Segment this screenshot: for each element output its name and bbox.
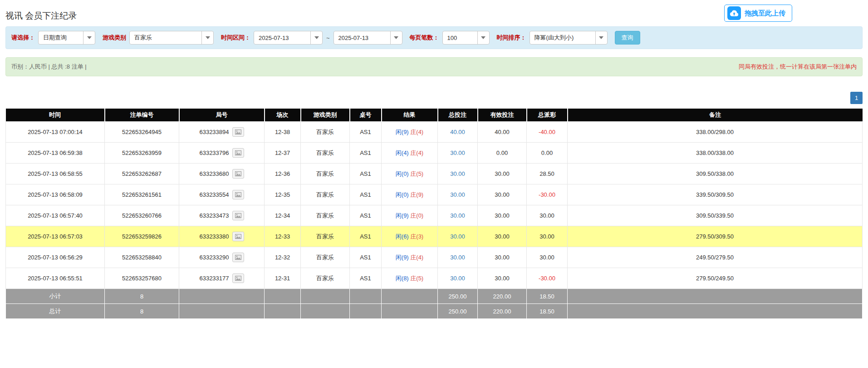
note-text: 同局有效投注，统一计算在该局第一张注单内: [739, 63, 857, 71]
table-body: 2025-07-13 07:00:14 522653264945 6332338…: [6, 122, 863, 289]
subtotal-row: 小计 8 250.00 220.00 18.50: [6, 289, 863, 304]
table-row[interactable]: 2025-07-13 06:58:55 522653262687 6332336…: [6, 164, 863, 184]
cell-valid-bet: 40.00: [478, 122, 527, 143]
cell-time: 2025-07-13 06:55:51: [6, 268, 105, 289]
query-type-group: 请选择： 日期查询: [11, 31, 95, 45]
cell-total-bet[interactable]: 30.00: [438, 143, 478, 164]
cell-total-bet[interactable]: 30.00: [438, 268, 478, 289]
round-image-button[interactable]: [232, 253, 244, 262]
table-row[interactable]: 2025-07-13 06:55:51 522653257680 6332331…: [6, 268, 863, 289]
cell-time: 2025-07-13 06:57:03: [6, 226, 105, 247]
date-range-separator: ~: [326, 35, 330, 41]
upload-dropzone-button[interactable]: 拖拽至此上传: [724, 5, 792, 22]
round-number: 633233894: [199, 129, 229, 135]
round-number: 633233177: [199, 275, 229, 282]
cell-bet-id: 522653258840: [105, 247, 179, 268]
cell-valid-bet: 30.00: [478, 226, 527, 247]
betting-records-page: 视讯 会员下注纪录 拖拽至此上传 请选择： 日期查询 游戏类别 百家乐: [0, 0, 868, 328]
round-image-button[interactable]: [232, 232, 244, 241]
result-banker: 庄(9): [410, 191, 423, 198]
header-round-id: 局号: [179, 109, 265, 122]
query-type-select[interactable]: 日期查询: [38, 31, 95, 45]
table-row[interactable]: 2025-07-13 07:00:14 522653264945 6332338…: [6, 122, 863, 143]
cell-table-no: AS1: [350, 122, 382, 143]
round-image-button[interactable]: [232, 148, 244, 158]
cell-table-no: AS1: [350, 164, 382, 184]
table-row[interactable]: 2025-07-13 06:59:38 522653263959 6332337…: [6, 143, 863, 164]
page-size-select[interactable]: 100: [442, 31, 490, 45]
chevron-down-icon[interactable]: [201, 31, 213, 44]
cell-payout: -40.00: [527, 122, 568, 143]
page-size-group: 每页笔数： 100: [410, 31, 490, 45]
result-banker: 庄(4): [410, 254, 423, 261]
result-banker: 庄(4): [410, 149, 423, 156]
chevron-down-icon[interactable]: [390, 31, 402, 44]
table-row[interactable]: 2025-07-13 06:58:09 522653261561 6332335…: [6, 184, 863, 205]
cell-payout: 30.00: [527, 205, 568, 226]
cell-total-bet[interactable]: 30.00: [438, 164, 478, 184]
round-image-button[interactable]: [232, 274, 244, 283]
table-row[interactable]: 2025-07-13 06:57:03 522653259826 6332333…: [6, 226, 863, 247]
cell-valid-bet: 30.00: [478, 205, 527, 226]
round-image-button[interactable]: [232, 211, 244, 220]
cell-valid-bet: 30.00: [478, 247, 527, 268]
cell-payout: 30.00: [527, 226, 568, 247]
cell-total-bet[interactable]: 30.00: [438, 205, 478, 226]
header-result: 结果: [382, 109, 438, 122]
chevron-down-icon[interactable]: [477, 31, 489, 44]
cell-bet-id: 522653257680: [105, 268, 179, 289]
date-from-select[interactable]: 2025-07-13: [254, 31, 323, 45]
search-button[interactable]: 查询: [615, 31, 640, 45]
round-image-button[interactable]: [232, 127, 244, 137]
table-row[interactable]: 2025-07-13 06:57:40 522653260766 6332334…: [6, 205, 863, 226]
cell-remark: 279.50/309.50: [568, 226, 863, 247]
cell-valid-bet: 30.00: [478, 268, 527, 289]
total-payout: 18.50: [527, 304, 568, 319]
cell-remark: 338.00/338.00: [568, 143, 863, 164]
game-type-label: 游戏类别: [103, 34, 126, 42]
round-number: 633233290: [199, 254, 229, 261]
chevron-down-icon[interactable]: [83, 31, 95, 44]
total-count: 8: [105, 304, 179, 319]
page-1-button[interactable]: 1: [850, 92, 863, 104]
cell-total-bet[interactable]: 30.00: [438, 247, 478, 268]
result-player: 闲(9): [396, 254, 409, 261]
result-player: 闲(8): [396, 275, 409, 282]
cell-table-no: AS1: [350, 184, 382, 205]
round-number: 633233554: [199, 191, 229, 198]
header-total-bet: 总投注: [438, 109, 478, 122]
result-banker: 庄(4): [410, 129, 423, 135]
cell-remark: 249.50/279.50: [568, 247, 863, 268]
cell-game-type: 百家乐: [301, 205, 350, 226]
cell-result: 闲(4) 庄(4): [382, 143, 438, 164]
cell-time: 2025-07-13 07:00:14: [6, 122, 105, 143]
cell-result: 闲(9) 庄(4): [382, 247, 438, 268]
cell-bet-id: 522653264945: [105, 122, 179, 143]
table-header-row: 时间 注单编号 局号 场次 游戏类别 桌号 结果 总投注 有效投注 总派彩 备注: [6, 109, 863, 122]
cell-total-bet[interactable]: 30.00: [438, 226, 478, 247]
table-row[interactable]: 2025-07-13 06:56:29 522653258840 6332332…: [6, 247, 863, 268]
cell-result: 闲(9) 庄(0): [382, 205, 438, 226]
subtotal-payout: 18.50: [527, 289, 568, 304]
game-type-select[interactable]: 百家乐: [129, 31, 214, 45]
cell-time: 2025-07-13 06:58:55: [6, 164, 105, 184]
result-banker: 庄(0): [410, 212, 423, 219]
cell-result: 闲(9) 庄(4): [382, 122, 438, 143]
cell-total-bet[interactable]: 40.00: [438, 122, 478, 143]
date-to-select[interactable]: 2025-07-13: [333, 31, 402, 45]
cell-game-type: 百家乐: [301, 143, 350, 164]
sort-label: 时间排序：: [497, 34, 526, 42]
sort-group: 时间排序： 降冪(由大到小): [497, 31, 608, 45]
result-player: 闲(9): [396, 212, 409, 219]
round-image-button[interactable]: [232, 169, 244, 179]
round-image-button[interactable]: [232, 190, 244, 199]
query-type-label: 请选择：: [11, 34, 35, 42]
cell-payout: 30.00: [527, 247, 568, 268]
sort-select[interactable]: 降冪(由大到小): [530, 31, 608, 45]
total-total-bet: 250.00: [438, 304, 478, 319]
chevron-down-icon[interactable]: [310, 31, 322, 44]
cell-total-bet[interactable]: 30.00: [438, 184, 478, 205]
chevron-down-icon[interactable]: [595, 31, 607, 44]
top-bar: 视讯 会员下注纪录 拖拽至此上传: [5, 3, 863, 26]
subtotal-valid-bet: 220.00: [478, 289, 527, 304]
